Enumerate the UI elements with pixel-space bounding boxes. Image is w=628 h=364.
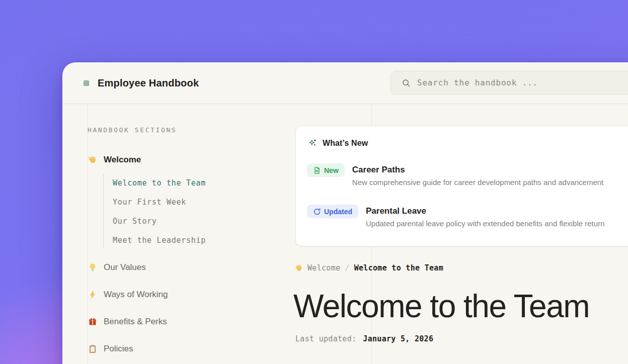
entry-text: Career Paths New comprehensive guide for… bbox=[352, 165, 603, 187]
badge-label: New bbox=[324, 166, 339, 174]
waving-hand-icon bbox=[295, 264, 303, 272]
entry-title: Parental Leave bbox=[366, 206, 604, 216]
breadcrumb-page: Welcome to the Team bbox=[354, 263, 443, 272]
refresh-icon bbox=[313, 208, 321, 216]
breadcrumb-separator: / bbox=[345, 263, 349, 272]
entry-text: Parental Leave Updated parental leave po… bbox=[366, 206, 604, 228]
updated-badge: Updated bbox=[307, 205, 358, 218]
subnav-rule bbox=[103, 174, 104, 248]
search-icon bbox=[402, 78, 411, 87]
entry-title: Career Paths bbox=[352, 165, 603, 175]
file-text-icon bbox=[313, 166, 321, 174]
sidebar-subitem-meet-the-leadership[interactable]: Meet the Leadership bbox=[113, 236, 206, 245]
square-logo-icon bbox=[84, 80, 89, 86]
waving-hand-icon bbox=[88, 155, 98, 165]
sidebar-section-label: HANDBOOK SECTIONS bbox=[88, 126, 177, 134]
whats-new-title: What’s New bbox=[323, 139, 368, 148]
entry-description: New comprehensive guide for career devel… bbox=[352, 178, 603, 187]
app-title: Employee Handbook bbox=[98, 77, 199, 89]
lightning-bolt-icon bbox=[88, 290, 98, 300]
last-updated-value: January 5, 2026 bbox=[363, 334, 433, 343]
badge-label: Updated bbox=[324, 208, 352, 216]
sidebar-item-label: Benefits & Perks bbox=[104, 317, 167, 327]
sidebar-item-label: Our Values bbox=[104, 262, 146, 272]
app-header: Employee Handbook bbox=[62, 62, 628, 104]
brand: Employee Handbook bbox=[84, 62, 199, 104]
sidebar-subitem-your-first-week[interactable]: Your First Week bbox=[113, 198, 186, 207]
breadcrumb: Welcome / Welcome to the Team bbox=[295, 263, 443, 272]
sidebar-item-label: Ways of Working bbox=[104, 290, 168, 300]
whats-new-entry-parental-leave[interactable]: Updated Parental Leave Updated parental … bbox=[307, 205, 604, 228]
sidebar-item-label: Policies bbox=[104, 344, 133, 354]
sidebar-item-label: Welcome bbox=[104, 155, 141, 165]
last-updated-label: Last updated: bbox=[295, 334, 356, 343]
search-box[interactable] bbox=[390, 71, 628, 95]
lightbulb-icon bbox=[88, 262, 98, 272]
app-window: Employee Handbook HANDBOOK SECTIONS bbox=[62, 62, 628, 364]
search-input[interactable] bbox=[417, 78, 628, 87]
sidebar-item-policies[interactable]: Policies bbox=[88, 344, 133, 354]
new-badge: New bbox=[307, 163, 345, 177]
gift-icon bbox=[88, 317, 98, 327]
entry-description: Updated parental leave policy with exten… bbox=[366, 219, 604, 228]
whats-new-entry-career-paths[interactable]: New Career Paths New comprehensive guide… bbox=[307, 163, 603, 187]
sidebar-subitem-our-story[interactable]: Our Story bbox=[113, 217, 157, 226]
sidebar-item-our-values[interactable]: Our Values bbox=[88, 262, 146, 272]
sidebar-subitem-welcome-to-the-team[interactable]: Welcome to the Team bbox=[113, 178, 206, 188]
breadcrumb-section[interactable]: Welcome bbox=[307, 263, 340, 272]
clipboard-icon bbox=[88, 344, 98, 354]
sparkles-icon bbox=[308, 139, 317, 148]
whats-new-header: What’s New bbox=[308, 139, 368, 148]
sidebar-item-welcome[interactable]: Welcome bbox=[88, 155, 141, 165]
sidebar-item-ways-of-working[interactable]: Ways of Working bbox=[88, 290, 168, 300]
last-updated: Last updated: January 5, 2026 bbox=[295, 334, 433, 343]
page-title: Welcome to the Team bbox=[293, 288, 589, 325]
sidebar-item-benefits-perks[interactable]: Benefits & Perks bbox=[88, 317, 167, 327]
whats-new-card: What’s New New Career Paths New comprehe… bbox=[295, 126, 628, 246]
